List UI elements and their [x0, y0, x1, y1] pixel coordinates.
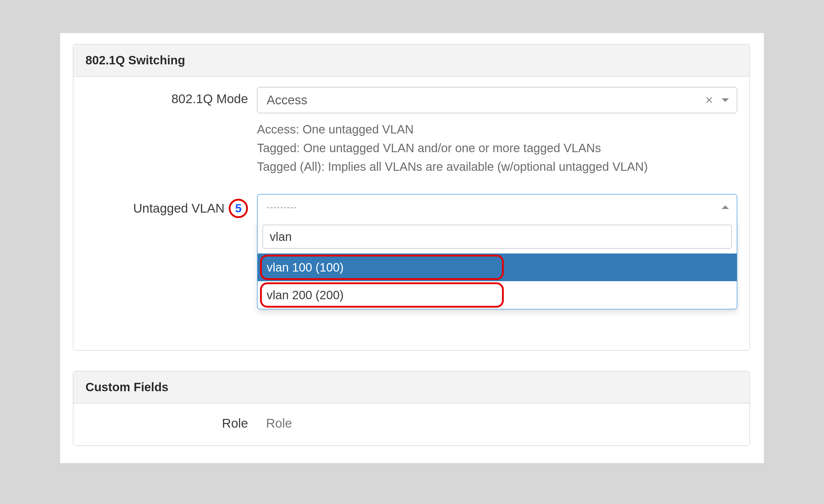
panel-title: 802.1Q Switching [86, 53, 185, 67]
label-untagged-vlan: Untagged VLAN 5 [86, 194, 257, 218]
control-role [257, 411, 737, 435]
select-value-8021q-mode: Access [267, 93, 307, 107]
select-actions-mode: ✕ [705, 88, 729, 113]
select-untagged-vlan[interactable]: --------- [257, 194, 737, 221]
panel-title-custom: Custom Fields [86, 380, 169, 394]
control-untagged-vlan: --------- vlan 100 (100) [257, 194, 737, 221]
option-label: vlan 100 (100) [267, 261, 344, 274]
dropdown-untagged-vlan: vlan 100 (100) vlan 200 (200) [257, 220, 737, 309]
label-text-8021q-mode: 802.1Q Mode [171, 92, 248, 106]
select-8021q-mode[interactable]: Access ✕ [257, 87, 737, 113]
chevron-down-icon[interactable] [722, 98, 729, 102]
label-role: Role [86, 411, 257, 430]
label-text-untagged-vlan: Untagged VLAN [133, 201, 224, 216]
label-8021q-mode: 802.1Q Mode [86, 87, 257, 106]
option-vlan-200[interactable]: vlan 200 (200) [258, 281, 737, 309]
help-line-1: Access: One untagged VLAN [257, 120, 737, 139]
row-role: Role [86, 411, 737, 435]
label-text-role: Role [222, 416, 248, 430]
row-untagged-vlan: Untagged VLAN 5 --------- [86, 194, 737, 221]
select-placeholder-untagged: --------- [267, 203, 297, 212]
panel-custom-fields: Custom Fields Role [73, 371, 750, 446]
help-line-2: Tagged: One untagged VLAN and/or one or … [257, 139, 737, 157]
help-8021q-mode: Access: One untagged VLAN Tagged: One un… [257, 120, 737, 176]
step-badge-5: 5 [229, 199, 248, 218]
control-8021q-mode: Access ✕ Access: One untagged VLAN Tagge… [257, 87, 737, 176]
dropdown-search-wrap [258, 220, 737, 253]
step-badge-value: 5 [235, 202, 241, 215]
panel-8021q-switching: 802.1Q Switching 802.1Q Mode Access ✕ [73, 44, 750, 351]
chevron-up-icon[interactable] [722, 206, 729, 209]
form-canvas: 802.1Q Switching 802.1Q Mode Access ✕ [60, 33, 764, 463]
panel-body-switching: 802.1Q Mode Access ✕ Access: One untagge… [74, 77, 749, 233]
help-line-3: Tagged (All): Implies all VLANs are avai… [257, 157, 737, 176]
option-label: vlan 200 (200) [267, 288, 344, 302]
clear-icon[interactable]: ✕ [705, 95, 713, 105]
panel-header-custom: Custom Fields [74, 371, 749, 403]
dropdown-search-input[interactable] [263, 225, 732, 249]
panel-body-custom: Role [74, 403, 749, 448]
role-input[interactable] [257, 411, 737, 435]
option-vlan-100[interactable]: vlan 100 (100) [258, 253, 737, 281]
row-8021q-mode: 802.1Q Mode Access ✕ Access: One untagge… [86, 87, 737, 176]
panel-header-switching: 802.1Q Switching [74, 44, 749, 77]
select-actions-untagged [722, 195, 729, 220]
